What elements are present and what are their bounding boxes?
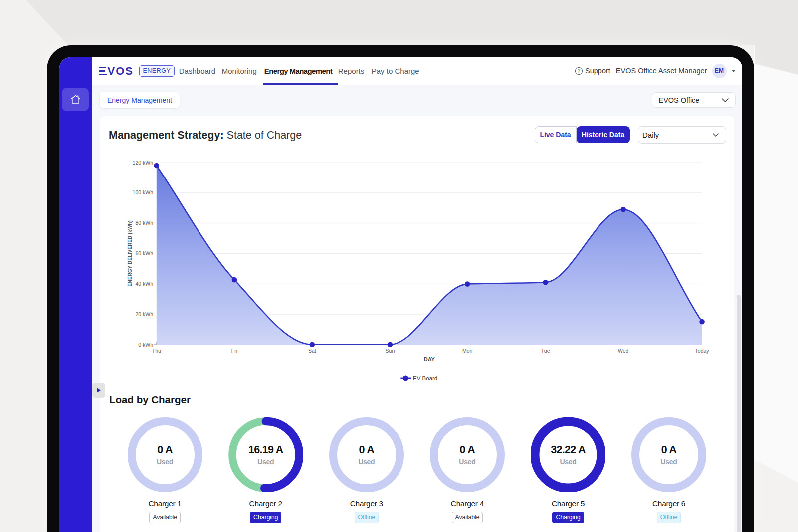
svg-text:Tue: Tue bbox=[541, 348, 550, 354]
svg-text:120 kWh: 120 kWh bbox=[133, 159, 154, 165]
svg-text:Wed: Wed bbox=[618, 348, 629, 354]
svg-text:80 kWh: 80 kWh bbox=[135, 220, 153, 226]
svg-text:60 kWh: 60 kWh bbox=[135, 250, 153, 256]
svg-text:20 kWh: 20 kWh bbox=[135, 311, 153, 317]
svg-text:Thu: Thu bbox=[152, 348, 161, 354]
svg-text:ENERGY DELIVERED (kWh): ENERGY DELIVERED (kWh) bbox=[127, 220, 133, 287]
svg-text:40 kWh: 40 kWh bbox=[135, 280, 153, 286]
svg-text:Fri: Fri bbox=[231, 348, 237, 354]
svg-text:DAY: DAY bbox=[424, 356, 435, 362]
svg-text:Sun: Sun bbox=[386, 348, 395, 354]
svg-text:0 kWh: 0 kWh bbox=[138, 341, 153, 347]
svg-text:Today: Today bbox=[695, 348, 710, 354]
svg-text:EV Board: EV Board bbox=[413, 375, 437, 381]
svg-text:Sat: Sat bbox=[308, 348, 316, 354]
svg-text:100 kWh: 100 kWh bbox=[133, 189, 154, 195]
svg-text:Mon: Mon bbox=[462, 348, 473, 354]
